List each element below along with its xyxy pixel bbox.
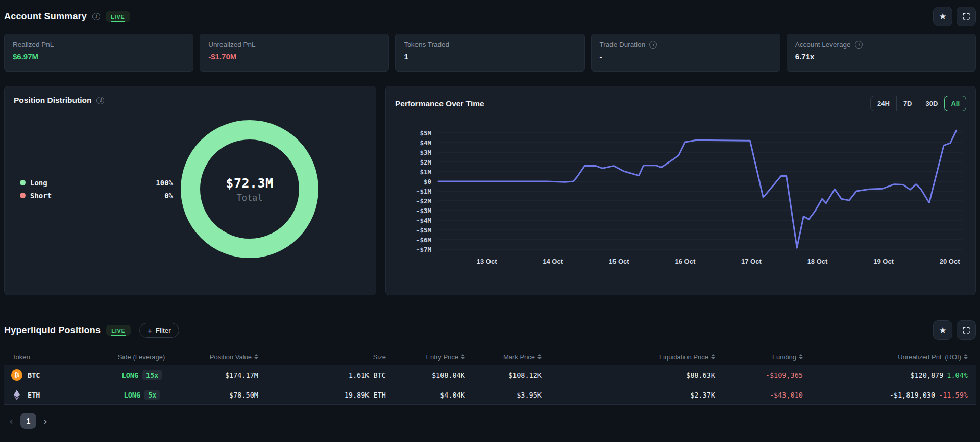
legend-label: Short <box>30 192 52 200</box>
performance-line-chart: $5M$4M$3M$2M$1M$0-$1M-$2M-$3M-$4M-$5M-$6… <box>391 127 965 271</box>
position-distribution-panel: Position Distribution Long 100% Short 0% <box>4 86 376 295</box>
svg-text:-$2M: -$2M <box>416 197 431 205</box>
stat-label: Trade Duration <box>600 41 772 49</box>
sort-icon <box>711 354 715 359</box>
stat-card-account-leverage: Account Leverage 6.71x <box>787 34 976 72</box>
column-header-entry-price[interactable]: Entry Price <box>387 353 466 361</box>
svg-text:17 Oct: 17 Oct <box>741 258 762 265</box>
filter-button[interactable]: + Filter <box>139 323 179 338</box>
info-icon[interactable] <box>92 13 100 20</box>
fullscreen-icon <box>962 325 971 335</box>
stat-value: - <box>600 52 772 61</box>
legend-label: Long <box>30 179 47 187</box>
stat-label: Tokens Traded <box>404 41 576 49</box>
svg-text:-$5M: -$5M <box>416 226 431 234</box>
stat-value: -$1.70M <box>208 52 380 61</box>
pnl-value: $120,879 <box>910 371 943 379</box>
position-value-cell: $174.17M <box>193 371 259 379</box>
stat-card-unrealized-pnl: Unrealized PnL -$1.70M <box>200 34 389 72</box>
funding-cell: -$109,365 <box>716 371 804 379</box>
legend-item-long: Long 100% <box>20 179 173 187</box>
svg-text:$4M: $4M <box>420 139 431 147</box>
svg-text:20 Oct: 20 Oct <box>940 258 960 265</box>
token-name: ETH <box>28 391 40 399</box>
next-page-icon[interactable]: › <box>41 416 50 426</box>
svg-text:16 Oct: 16 Oct <box>675 258 695 265</box>
svg-text:$1M: $1M <box>420 168 431 176</box>
fullscreen-button[interactable] <box>957 7 976 26</box>
position-row-eth[interactable]: ETH LONG 5x $78.50M 19.89K ETH $4.04K $3… <box>4 385 976 405</box>
star-icon: ★ <box>939 326 946 335</box>
svg-text:13 Oct: 13 Oct <box>477 258 497 265</box>
stat-card-trade-duration: Trade Duration - <box>591 34 780 72</box>
legend-value: 100% <box>156 179 173 187</box>
column-header-unrealized-pnl[interactable]: Unrealized PnL (ROI) <box>804 353 976 361</box>
sort-icon <box>964 354 968 359</box>
time-range-selector: 24H 7D 30D All <box>870 96 966 111</box>
distribution-donut-chart: $72.3M Total <box>181 120 318 258</box>
pnl-value: -$1,819,030 <box>890 391 935 399</box>
btc-icon: ₿ <box>11 369 22 381</box>
short-dot-icon <box>20 193 26 198</box>
stat-label: Account Leverage <box>795 41 967 49</box>
prev-page-icon[interactable]: ‹ <box>7 416 15 426</box>
sort-icon <box>537 354 542 359</box>
column-header-funding[interactable]: Funding <box>716 353 804 361</box>
fullscreen-icon <box>962 12 971 21</box>
side-label: LONG <box>124 391 141 399</box>
legend-item-short: Short 0% <box>20 192 173 200</box>
positions-table: Token Side (Leverage) Position Value Siz… <box>4 348 976 405</box>
entry-price-cell: $108.04K <box>387 371 466 379</box>
column-header-size: Size <box>259 353 387 361</box>
info-icon[interactable] <box>649 41 657 49</box>
page-number[interactable]: 1 <box>20 413 36 429</box>
eth-icon <box>11 389 22 401</box>
svg-text:-$1M: -$1M <box>416 188 431 195</box>
stat-label: Unrealized PnL <box>208 41 380 49</box>
svg-text:$5M: $5M <box>420 129 431 137</box>
leverage-badge: 15x <box>142 370 162 380</box>
column-header-liquidation-price[interactable]: Liquidation Price <box>543 353 716 361</box>
performance-title: Performance Over Time <box>395 99 484 108</box>
svg-text:-$4M: -$4M <box>416 217 431 224</box>
column-header-position-value[interactable]: Position Value <box>193 353 259 361</box>
favorite-button[interactable]: ★ <box>933 7 952 26</box>
size-cell: 19.89K ETH <box>259 391 387 399</box>
range-button-all[interactable]: All <box>944 96 966 111</box>
donut-total-value: $72.3M <box>226 176 273 191</box>
mark-price-cell: $3.95K <box>466 391 543 399</box>
sort-icon <box>254 354 258 359</box>
svg-text:-$6M: -$6M <box>416 236 431 244</box>
fullscreen-button[interactable] <box>957 320 976 340</box>
stat-card-realized-pnl: Realized PnL $6.97M <box>4 34 193 72</box>
side-label: LONG <box>122 371 139 379</box>
range-button-24h[interactable]: 24H <box>871 96 897 111</box>
svg-text:$2M: $2M <box>420 158 431 166</box>
info-icon[interactable] <box>96 97 104 104</box>
live-badge: LIVE <box>106 11 130 22</box>
range-button-7d[interactable]: 7D <box>897 96 919 111</box>
stat-card-tokens-traded: Tokens Traded 1 <box>395 34 584 72</box>
table-header-row: Token Side (Leverage) Position Value Siz… <box>4 348 976 365</box>
info-icon[interactable] <box>855 41 863 49</box>
distribution-legend: Long 100% Short 0% <box>20 179 173 200</box>
leverage-badge: 5x <box>144 390 160 400</box>
star-icon: ★ <box>939 12 946 21</box>
plus-icon: + <box>148 327 152 334</box>
account-summary-title: Account Summary <box>4 11 87 22</box>
size-cell: 1.61K BTC <box>259 371 387 379</box>
favorite-button[interactable]: ★ <box>933 320 952 340</box>
long-dot-icon <box>20 180 26 185</box>
entry-price-cell: $4.04K <box>387 391 466 399</box>
unrealized-pnl-cell: -$1,819,030-11.59% <box>804 391 976 399</box>
column-header-mark-price[interactable]: Mark Price <box>466 353 543 361</box>
svg-text:-$3M: -$3M <box>416 207 431 215</box>
roi-value: 1.04% <box>947 371 968 379</box>
stat-value: 1 <box>404 52 576 61</box>
stat-value: $6.97M <box>13 52 185 61</box>
live-badge: LIVE <box>106 325 131 336</box>
svg-text:15 Oct: 15 Oct <box>609 258 629 265</box>
filter-label: Filter <box>156 327 171 334</box>
range-button-30d[interactable]: 30D <box>919 96 945 111</box>
position-row-btc[interactable]: ₿ BTC LONG 15x $174.17M 1.61K BTC $108.0… <box>4 365 976 385</box>
